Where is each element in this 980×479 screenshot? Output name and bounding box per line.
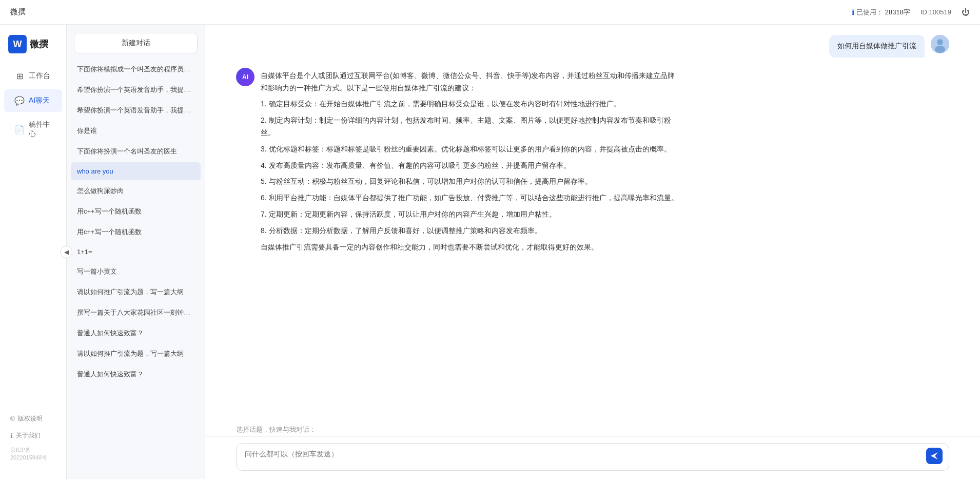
chat-history-item[interactable]: 你是谁 (71, 121, 201, 141)
nav-bottom: © 版权说明 ℹ 关于我们 京ICP备2022015948号 (0, 410, 66, 469)
topbar-right: ℹ 已使用： 28318字 ID:100519 ⏻ (852, 8, 970, 17)
chat-history-item[interactable]: 撰写一篇关于八大家花园社区一刻钟便民生... (71, 303, 201, 322)
sidebar-item-drafts[interactable]: 📄 稿件中心 (4, 114, 62, 145)
copyright-label: 版权说明 (18, 414, 43, 423)
drafts-icon: 📄 (14, 124, 25, 135)
ai-paragraph: 3. 优化标题和标签：标题和标签是吸引粉丝的重要因素。优化标题和标签可以让更多的… (261, 143, 681, 156)
collapse-sidebar-button[interactable]: ◀ (60, 246, 72, 258)
user-avatar (931, 35, 949, 53)
chat-history-item[interactable]: 希望你扮演一个英语发音助手，我提供给你... (71, 101, 201, 120)
chat-messages: 如何用自媒体做推广引流 AI 自媒体平台是个人或团队通过互联网平台(如博客、微博… (205, 25, 980, 421)
ai-paragraph: 自媒体平台是个人或团队通过互联网平台(如博客、微博、微信公众号、抖音、快手等)发… (261, 70, 681, 94)
chat-area: 如何用自媒体做推广引流 AI 自媒体平台是个人或团队通过互联网平台(如博客、微博… (205, 25, 980, 479)
ai-paragraph: 2. 制定内容计划：制定一份详细的内容计划，包括发布时间、频率、主题、文案、图片… (261, 114, 681, 139)
chat-history-item[interactable]: 1+1= (71, 243, 201, 261)
user-message-bubble: 如何用自媒体做推广引流 (829, 35, 925, 58)
chat-history-item[interactable]: 用c++写一个随机函数 (71, 222, 201, 242)
chat-list: 下面你将模拟成一个叫圣友的程序员，我说...希望你扮演一个英语发音助手，我提供给… (67, 58, 205, 479)
chat-history-item[interactable]: who are you (71, 162, 201, 180)
suggestions-label: 选择话题，快速与我对话： (205, 421, 980, 436)
sidebar-item-aichat[interactable]: 💬 AI聊天 (4, 89, 62, 112)
ai-paragraph: 5. 与粉丝互动：积极与粉丝互动，回复评论和私信，可以增加用户对你的认可和信任，… (261, 176, 681, 188)
chat-history-item[interactable]: 普通人如何快速致富？ (71, 323, 201, 343)
main-layout: W 微撰 ⊞ 工作台 💬 AI聊天 📄 稿件中心 © 版权说明 ℹ 关于我们 京… (0, 25, 980, 479)
chat-history-item[interactable]: 用c++写一个随机函数 (71, 202, 201, 221)
brand: W 微撰 (0, 35, 66, 64)
about-label: 关于我们 (16, 431, 41, 440)
chat-history-item[interactable]: 下面你将模拟成一个叫圣友的程序员，我说... (71, 60, 201, 79)
sidebar-item-about[interactable]: ℹ 关于我们 (0, 427, 66, 444)
brand-logo-text: W (13, 39, 22, 50)
usage-label: 已使用： (856, 8, 883, 17)
logout-icon[interactable]: ⏻ (962, 8, 970, 17)
user-message-row: 如何用自媒体做推广引流 (236, 35, 949, 58)
send-icon (930, 451, 939, 461)
topbar-usage: ℹ 已使用： 28318字 (852, 8, 910, 17)
chat-sidebar: 新建对话 下面你将模拟成一个叫圣友的程序员，我说...希望你扮演一个英语发音助手… (67, 25, 205, 479)
chat-icon: 💬 (14, 95, 25, 106)
ai-message-row: AI 自媒体平台是个人或团队通过互联网平台(如博客、微博、微信公众号、抖音、快手… (236, 68, 949, 260)
sidebar-item-label: 工作台 (29, 71, 50, 81)
sidebar-item-label: AI聊天 (29, 96, 50, 105)
sidebar-item-workbench[interactable]: ⊞ 工作台 (4, 65, 62, 87)
workbench-icon: ⊞ (14, 71, 25, 81)
input-area (205, 436, 980, 479)
sidebar-item-label: 稿件中心 (29, 120, 52, 139)
chat-history-item[interactable]: 请以如何推广引流为题，写一篇大纲 (71, 344, 201, 363)
ai-paragraph: 4. 发布高质量内容：发布高质量、有价值、有趣的内容可以吸引更多的粉丝，并提高用… (261, 160, 681, 172)
usage-value: 28318字 (885, 8, 910, 17)
left-nav: W 微撰 ⊞ 工作台 💬 AI聊天 📄 稿件中心 © 版权说明 ℹ 关于我们 京… (0, 25, 67, 479)
about-icon: ℹ (10, 432, 13, 439)
chat-history-item[interactable]: 写一篇小黄文 (71, 262, 201, 281)
new-chat-button[interactable]: 新建对话 (74, 33, 198, 53)
ai-paragraph: 自媒体推广引流需要具备一定的内容创作和社交能力，同时也需要不断尝试和优化，才能取… (261, 241, 681, 254)
chat-history-item[interactable]: 下面你将扮演一个名叫圣友的医生 (71, 142, 201, 161)
topbar-id: ID:100519 (920, 8, 951, 16)
ai-paragraph: 6. 利用平台推广功能：自媒体平台都提供了推广功能，如广告投放、付费推广等，可以… (261, 192, 681, 204)
icp-text: 京ICP备2022015948号 (0, 444, 66, 464)
topbar-title: 微撰 (10, 7, 852, 17)
chat-input[interactable] (245, 450, 923, 462)
chat-history-item[interactable]: 希望你扮演一个英语发音助手，我提供给你... (71, 80, 201, 100)
brand-logo: W (8, 35, 27, 53)
chat-history-item[interactable]: 普通人如何快速致富？ (71, 365, 201, 384)
brand-name: 微撰 (30, 38, 48, 50)
chat-history-item[interactable]: 怎么做狗屎炒肉 (71, 181, 201, 201)
ai-paragraph: 1. 确定目标受众：在开始自媒体推广引流之前，需要明确目标受众是谁，以便在发布内… (261, 98, 681, 110)
ai-paragraph: 8. 分析数据：定期分析数据，了解用户反馈和喜好，以便调整推广策略和内容发布频率… (261, 225, 681, 237)
info-icon: ℹ (852, 8, 854, 16)
sidebar-item-copyright[interactable]: © 版权说明 (0, 410, 66, 427)
topbar: 微撰 ℹ 已使用： 28318字 ID:100519 ⏻ (0, 0, 980, 25)
ai-avatar: AI (236, 68, 254, 86)
svg-point-1 (937, 39, 943, 45)
svg-point-2 (935, 46, 945, 53)
chat-history-item[interactable]: 请以如何推广引流为题，写一篇大纲 (71, 282, 201, 302)
ai-message-bubble: 自媒体平台是个人或团队通过互联网平台(如博客、微博、微信公众号、抖音、快手等)发… (261, 68, 681, 260)
send-button[interactable] (926, 448, 943, 464)
user-message-text: 如何用自媒体做推广引流 (837, 42, 916, 50)
ai-paragraph: 7. 定期更新：定期更新内容，保持活跃度，可以让用户对你的内容产生兴趣，增加用户… (261, 208, 681, 221)
copyright-icon: © (10, 415, 15, 423)
input-wrapper (236, 443, 949, 471)
